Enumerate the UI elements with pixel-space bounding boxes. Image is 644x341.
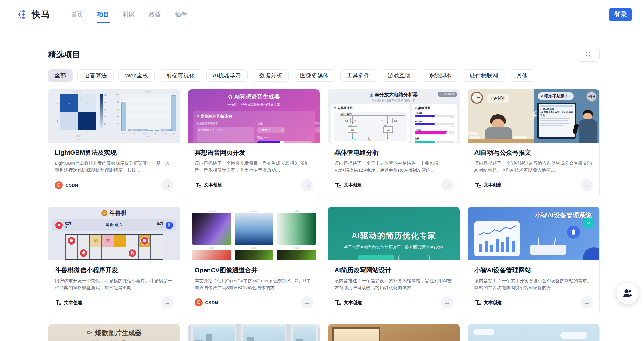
open-project-arrow-button[interactable]: → <box>581 296 593 308</box>
filter-chip-web-fullstack[interactable]: Web全栈 <box>118 69 155 82</box>
card-body: 小智AI设备管理网站 该内容提出了一个关于开发管理小智AI设备的网站的需求。网站… <box>468 260 600 315</box>
board-cell[interactable] <box>102 247 114 259</box>
param-slider-rc2[interactable]: Rc2 (Ω) 1k5.1k10k <box>415 120 454 127</box>
card-description: 该内容描述了一个网页开发项目，旨在生成冥想相关的语音、音乐和引导文案，并支持语音… <box>195 159 313 174</box>
nav-item-home[interactable]: 首页 <box>71 11 83 19</box>
arrow-right-icon: → <box>164 182 170 188</box>
svg-text:0: 0 <box>69 131 70 133</box>
open-project-arrow-button[interactable]: → <box>441 179 453 191</box>
board-cell[interactable] <box>114 235 126 247</box>
svg-text:0.2: 0.2 <box>133 132 135 134</box>
need-field-label: 描述你的冥想需求 <box>197 122 254 125</box>
speed-label: 语速: 0.9x <box>257 136 312 140</box>
project-card-device[interactable]: 小智AI设备管理系统 ≋ <box>468 207 600 316</box>
nav-item-plugins[interactable]: 插件 <box>175 11 187 19</box>
source-tag-text: 文本创建 <box>334 182 362 188</box>
nav-item-benefits[interactable]: 权益 <box>149 11 161 19</box>
open-project-arrow-button[interactable]: → <box>301 296 313 308</box>
filter-chip-language-algo[interactable]: 语言算法 <box>77 69 114 82</box>
project-card-circuit[interactable]: ▣ 差分放大电路分析器 对称差分放大电路工作点分析与参数计算 ⚡ 开始AI搭建 … <box>328 89 460 198</box>
flower-icon: ✿ <box>228 93 234 100</box>
dark-green-tile <box>235 250 273 260</box>
text-create-icon <box>334 299 341 306</box>
filter-chip-ai-ml[interactable]: AI机器学习 <box>206 69 248 82</box>
login-button[interactable]: 登录 <box>609 8 632 21</box>
board-cell[interactable] <box>90 247 102 259</box>
project-card-elder-cartoon[interactable] <box>468 324 600 341</box>
svg-text:80: 80 <box>117 101 119 103</box>
board-cell[interactable] <box>114 247 126 259</box>
search-button[interactable] <box>577 48 600 62</box>
open-project-arrow-button[interactable]: → <box>581 179 593 191</box>
source-tag-text: 文本创建 <box>55 299 82 306</box>
board-cell[interactable] <box>138 247 151 259</box>
circuit-schematic-image: Vcc+ (12V) Rc1 Rc2 Vc1 Vc2 NPNNPN Q1 Q2 <box>334 110 407 141</box>
brand-logo[interactable]: 快马 <box>17 8 50 21</box>
lion-icon <box>101 210 107 216</box>
filter-chip-hardware-iot[interactable]: 硬件物联网 <box>463 69 505 82</box>
project-card-tweet[interactable]: ‹ 3小时 ⚡ AI暖冬不贴膘！ ‹ 5分钟 <box>468 89 600 198</box>
open-project-arrow-button[interactable]: → <box>301 179 313 191</box>
filter-chip-system-script[interactable]: 系统脚本 <box>422 69 458 82</box>
project-card-chess[interactable]: 斗兽棋 红 红方8 当前: 红方 蓝方8 蓝 象 陷 穴 <box>48 207 180 316</box>
card-description: 本文介绍了使用OpenCV中的cv2.merge函数将B、G、R单通道图像合并为… <box>195 277 313 291</box>
filter-chip-image-media[interactable]: 图像多媒体 <box>294 69 335 82</box>
project-card-resume[interactable]: AI驱动的简历优化专家 基于大语言模型的智能简历改写，提升面试通过率300% A… <box>328 207 460 316</box>
nav-item-projects[interactable]: 项目 <box>97 11 109 19</box>
main-content: 精选项目 全部 语言算法 Web全栈 前端可视化 AI机器学习 数据分析 图像多… <box>0 29 644 341</box>
filter-chip-frontend-visual[interactable]: 前端可视化 <box>160 69 201 82</box>
card-thumbnail-circuit: ▣ 差分放大电路分析器 对称差分放大电路工作点分析与参数计算 ⚡ 开始AI搭建 … <box>328 89 460 143</box>
svg-text:□□□□: □□□□ <box>145 135 150 137</box>
red-player-badge: 红 <box>55 222 63 229</box>
text-create-icon <box>334 182 341 188</box>
open-project-arrow-button[interactable]: → <box>161 296 173 308</box>
board-cell[interactable]: 虎 <box>77 247 90 259</box>
param-slider-load[interactable]: 负载 50160300 <box>415 137 454 143</box>
board-cell[interactable] <box>151 235 163 247</box>
project-card-meditation[interactable]: ✿ AI冥想语音生成器 一句话生成专属冥想语音与引导文案 ✏ 定制你的冥想体验 … <box>188 89 320 198</box>
param-slider-rc1[interactable]: Rc1 (Ω) 1k5.1k10k <box>415 112 454 119</box>
board-cell[interactable] <box>151 247 163 259</box>
board-cell-trap[interactable]: 陷 <box>90 235 102 247</box>
svg-text:Vc1: Vc1 <box>354 120 357 122</box>
open-project-arrow-button[interactable]: → <box>441 296 453 308</box>
duration-select: 3分钟▾ <box>315 127 320 133</box>
source-tag-text: 文本创建 <box>474 299 502 306</box>
project-card-poster-generator[interactable]: ✏爆款图片生成器 拍张图 + 一句话 = 爆款图片 1. 上传图片 <box>48 324 180 341</box>
game-status-bar: 红 红方8 当前: 红方 蓝方8 蓝 <box>52 219 176 231</box>
svg-text:□□□□□□: □□□□□□ <box>144 91 151 93</box>
filter-chip-all[interactable]: 全部 <box>48 69 73 82</box>
chess-board: 象 陷 穴 狮 虎 豹 <box>65 234 163 260</box>
project-card-lightgbm[interactable]: □□□□□□ 50 6 0 1 0 1 □□□ □□□□ vs □□□ <box>48 89 180 198</box>
board-cell[interactable]: 狮 <box>138 235 151 247</box>
svg-text:□□□□□□: □□□□□□ <box>73 91 81 93</box>
board-cell[interactable] <box>126 235 138 247</box>
project-card-office-scene[interactable] <box>188 324 320 341</box>
project-card-coding-desk[interactable] <box>328 324 460 341</box>
svg-text:6: 6 <box>87 102 88 104</box>
card-body: AI自动写公众号推文 该内容描述了一个能够通过语音输入自动生成公众号推文的AI网… <box>468 143 600 198</box>
board-cell-den[interactable]: 穴 <box>102 235 114 247</box>
nav-item-community[interactable]: 社区 <box>123 11 135 19</box>
board-cell[interactable] <box>77 235 90 247</box>
speed-slider <box>257 141 312 143</box>
param-slider-re[interactable]: Re (Ω) 1001.1k2k <box>415 129 454 136</box>
card-title: OpenCV图像通道合并 <box>195 266 313 274</box>
filter-chip-other[interactable]: 其他 <box>510 69 534 82</box>
open-project-arrow-button[interactable]: → <box>161 179 173 191</box>
board-cell[interactable]: 象 <box>65 235 78 247</box>
card-footer: 文本创建 → <box>55 296 173 308</box>
circuit-icon: ▼ <box>334 106 338 110</box>
contact-floating-button[interactable] <box>617 283 638 304</box>
board-cell[interactable] <box>65 247 78 259</box>
filter-chip-tool-plugin[interactable]: 工具插件 <box>340 69 376 82</box>
filter-chip-data-analysis[interactable]: 数据分析 <box>253 69 289 82</box>
after-scene: ⚡ AI暖冬不贴膘！ ‹ 5分钟 ✓ 暖冬不贴膘！ 5款高颜值养生食谱，吃出白嫩… <box>534 89 599 143</box>
start-build-button[interactable]: ⚡ 开始AI搭建 <box>438 92 456 97</box>
filter-chip-game[interactable]: 游戏互动 <box>381 69 417 82</box>
card-footer: 文本创建 → <box>334 296 453 308</box>
csdn-icon: C <box>55 181 63 189</box>
channel-tile-group: □□□□ <box>235 247 273 260</box>
board-cell[interactable]: 豹 <box>126 247 138 259</box>
project-card-opencv[interactable]: □□□□□□ □□□□ □□□□ □□□□ □□□□ □□□□ OpenCV图像… <box>188 207 320 316</box>
